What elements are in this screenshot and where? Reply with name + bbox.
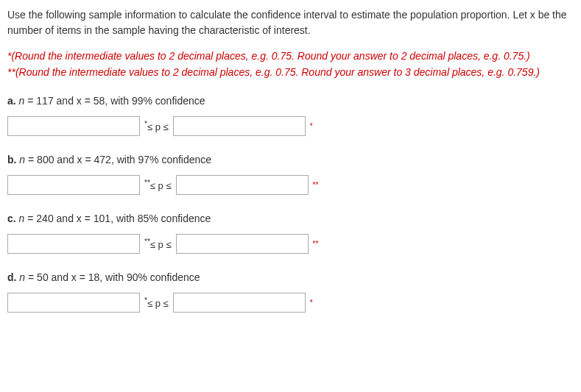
part-d-prompt: d. n = 50 and x = 18, with 90% confidenc… — [7, 270, 574, 285]
rounding-line-1: *(Round the intermediate values to 2 dec… — [7, 49, 574, 64]
part-b-lower-input[interactable] — [7, 175, 140, 195]
part-d-separator: *≤ p ≤ — [144, 295, 169, 311]
part-d-trailing-stars: * — [310, 297, 313, 308]
rounding-line-2: **(Round the intermediate values to 2 de… — [7, 65, 574, 80]
part-b-label: b. — [7, 154, 16, 165]
part-d-lower-input[interactable] — [7, 293, 140, 313]
part-c: c. n = 240 and x = 101, with 85% confide… — [7, 211, 574, 254]
part-c-prompt: c. n = 240 and x = 101, with 85% confide… — [7, 211, 574, 227]
part-b-body: = 800 and x = 472, with 97% confidence — [25, 154, 211, 165]
part-d-label: d. — [7, 271, 16, 283]
part-c-body: = 240 and x = 101, with 85% confidence — [24, 213, 211, 224]
part-a: a. n = 117 and x = 58, with 99% confiden… — [7, 93, 574, 136]
part-c-lower-input[interactable] — [7, 234, 140, 254]
part-a-body: = 117 and x = 58, with 99% confidence — [24, 95, 205, 107]
rounding-instructions: *(Round the intermediate values to 2 dec… — [7, 49, 574, 80]
part-c-upper-input[interactable] — [176, 234, 309, 254]
part-a-lower-input[interactable] — [7, 116, 140, 136]
part-b-upper-input[interactable] — [176, 175, 309, 195]
part-c-trailing-stars: ** — [313, 238, 319, 249]
part-b-separator: **≤ p ≤ — [144, 177, 172, 193]
part-a-upper-input[interactable] — [173, 116, 306, 136]
part-c-label: c. — [7, 213, 16, 224]
part-d-body: = 50 and x = 18, with 90% confidence — [25, 271, 200, 283]
part-d: d. n = 50 and x = 18, with 90% confidenc… — [7, 270, 574, 313]
part-b-trailing-stars: ** — [313, 179, 319, 190]
part-a-prompt: a. n = 117 and x = 58, with 99% confiden… — [7, 93, 574, 109]
part-b: b. n = 800 and x = 472, with 97% confide… — [7, 152, 574, 195]
part-c-separator: **≤ p ≤ — [144, 236, 172, 252]
part-d-upper-input[interactable] — [173, 293, 306, 313]
part-a-label: a. — [7, 95, 16, 107]
part-a-separator: *≤ p ≤ — [144, 118, 169, 135]
part-a-trailing-stars: * — [310, 121, 313, 132]
part-b-prompt: b. n = 800 and x = 472, with 97% confide… — [7, 152, 574, 168]
intro-text: Use the following sample information to … — [7, 7, 574, 38]
